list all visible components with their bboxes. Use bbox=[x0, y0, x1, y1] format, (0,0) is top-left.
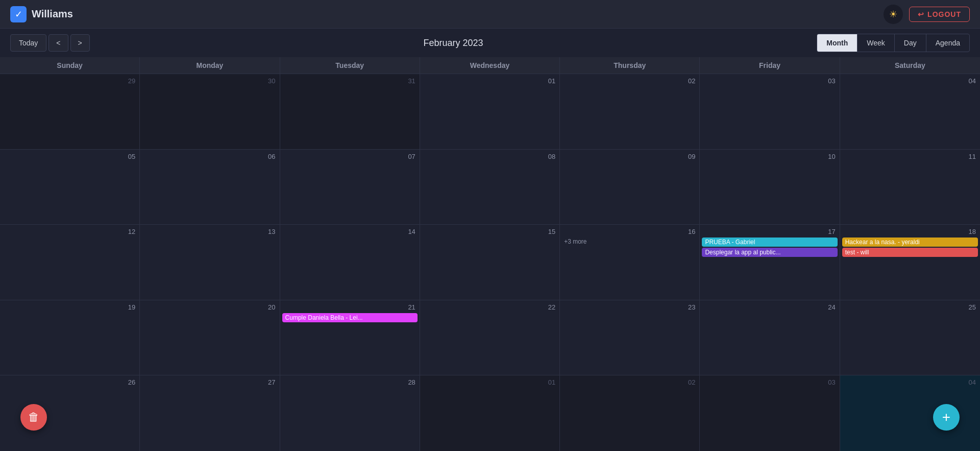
nav-buttons: Today < > bbox=[10, 34, 90, 52]
cell-feb-08[interactable]: 08 bbox=[420, 150, 560, 225]
cell-feb-03[interactable]: 03 bbox=[700, 74, 840, 149]
day-header-saturday: Saturday bbox=[840, 57, 980, 74]
cell-feb-05[interactable]: 05 bbox=[0, 150, 140, 225]
calendar-row-4: 19 20 21 Cumple Daniela Bella - Lei... 2… bbox=[0, 300, 980, 376]
view-month-button[interactable]: Month bbox=[817, 34, 857, 52]
prev-button[interactable]: < bbox=[48, 34, 68, 52]
cell-feb-02[interactable]: 02 bbox=[560, 74, 700, 149]
calendar-row-5: 26 27 28 01 02 03 04 bbox=[0, 375, 980, 451]
cell-feb-21[interactable]: 21 Cumple Daniela Bella - Lei... bbox=[280, 300, 420, 375]
cell-feb-23[interactable]: 23 bbox=[560, 300, 700, 375]
cell-mar-01[interactable]: 01 bbox=[420, 375, 560, 451]
cell-feb-28[interactable]: 28 bbox=[280, 375, 420, 451]
cell-date: 17 bbox=[702, 227, 837, 236]
event-test[interactable]: test - will bbox=[842, 248, 978, 257]
logout-button[interactable]: ↩ LOGOUT bbox=[909, 7, 970, 22]
cell-feb-14[interactable]: 14 bbox=[280, 225, 420, 300]
cell-date: 25 bbox=[842, 302, 978, 312]
cell-date: 03 bbox=[702, 377, 837, 387]
event-hackear[interactable]: Hackear a la nasa. - yeraldi bbox=[842, 238, 978, 247]
cell-feb-16[interactable]: 16 +3 more bbox=[560, 225, 700, 300]
day-header-tuesday: Tuesday bbox=[280, 57, 420, 74]
cell-feb-07[interactable]: 07 bbox=[280, 150, 420, 225]
cell-date: 16 bbox=[562, 227, 697, 236]
cell-date: 06 bbox=[142, 152, 277, 161]
plus-icon: + bbox=[942, 409, 950, 425]
cell-feb-17[interactable]: 17 PRUEBA - Gabriel Desplegar la app al … bbox=[700, 225, 840, 300]
cell-date: 13 bbox=[142, 227, 277, 236]
cell-jan-31[interactable]: 31 bbox=[280, 74, 420, 149]
cell-jan-29[interactable]: 29 bbox=[0, 74, 140, 149]
cell-date: 07 bbox=[282, 152, 418, 161]
add-event-fab-button[interactable]: + bbox=[933, 404, 960, 431]
cell-feb-18[interactable]: 18 Hackear a la nasa. - yeraldi test - w… bbox=[840, 225, 980, 300]
cell-date: 22 bbox=[422, 302, 557, 312]
cell-feb-12[interactable]: 12 bbox=[0, 225, 140, 300]
cell-date: 31 bbox=[282, 76, 418, 86]
cell-mar-03[interactable]: 03 bbox=[700, 375, 840, 451]
cell-date: 18 bbox=[842, 227, 978, 236]
cell-feb-27[interactable]: 27 bbox=[140, 375, 280, 451]
month-title: February 2023 bbox=[423, 38, 483, 49]
logout-icon: ↩ bbox=[918, 10, 924, 18]
cell-jan-30[interactable]: 30 bbox=[140, 74, 280, 149]
cell-date: 29 bbox=[2, 76, 137, 86]
app-logo-icon: ✓ bbox=[10, 6, 27, 22]
view-week-button[interactable]: Week bbox=[857, 34, 895, 52]
more-events-link[interactable]: +3 more bbox=[562, 238, 697, 246]
cell-date: 03 bbox=[702, 76, 837, 86]
day-headers-row: Sunday Monday Tuesday Wednesday Thursday… bbox=[0, 57, 980, 74]
app-logo-group: ✓ Williams bbox=[10, 6, 73, 22]
calendar-main: Sunday Monday Tuesday Wednesday Thursday… bbox=[0, 57, 980, 451]
cell-feb-13[interactable]: 13 bbox=[140, 225, 280, 300]
event-cumple[interactable]: Cumple Daniela Bella - Lei... bbox=[282, 313, 418, 322]
app-header: ✓ Williams ☀ ↩ LOGOUT bbox=[0, 0, 980, 29]
cell-date: 01 bbox=[422, 76, 557, 86]
calendar-toolbar: Today < > February 2023 Month Week Day A… bbox=[0, 29, 980, 57]
cell-feb-01[interactable]: 01 bbox=[420, 74, 560, 149]
theme-toggle-button[interactable]: ☀ bbox=[884, 5, 903, 24]
cell-date: 14 bbox=[282, 227, 418, 236]
cell-feb-22[interactable]: 22 bbox=[420, 300, 560, 375]
cell-mar-02[interactable]: 02 bbox=[560, 375, 700, 451]
cell-feb-09[interactable]: 09 bbox=[560, 150, 700, 225]
view-agenda-button[interactable]: Agenda bbox=[926, 34, 969, 52]
today-button[interactable]: Today bbox=[10, 34, 46, 52]
cell-feb-04[interactable]: 04 bbox=[840, 74, 980, 149]
cell-feb-06[interactable]: 06 bbox=[140, 150, 280, 225]
cell-date: 28 bbox=[282, 377, 418, 387]
cell-date: 30 bbox=[142, 76, 277, 86]
cell-feb-10[interactable]: 10 bbox=[700, 150, 840, 225]
day-header-friday: Friday bbox=[700, 57, 840, 74]
day-header-wednesday: Wednesday bbox=[420, 57, 560, 74]
cell-date: 24 bbox=[702, 302, 837, 312]
sun-icon: ☀ bbox=[889, 9, 897, 20]
cell-feb-20[interactable]: 20 bbox=[140, 300, 280, 375]
cell-date: 05 bbox=[2, 152, 137, 161]
cell-feb-25[interactable]: 25 bbox=[840, 300, 980, 375]
cell-feb-15[interactable]: 15 bbox=[420, 225, 560, 300]
cell-date: 26 bbox=[2, 377, 137, 387]
day-header-monday: Monday bbox=[140, 57, 280, 74]
delete-fab-button[interactable]: 🗑 bbox=[20, 404, 47, 431]
cell-date: 12 bbox=[2, 227, 137, 236]
cell-date: 15 bbox=[422, 227, 557, 236]
trash-icon: 🗑 bbox=[28, 411, 39, 424]
cell-feb-24[interactable]: 24 bbox=[700, 300, 840, 375]
day-header-sunday: Sunday bbox=[0, 57, 140, 74]
calendar-row-1: 29 30 31 01 02 03 04 bbox=[0, 74, 980, 150]
view-selector: Month Week Day Agenda bbox=[817, 34, 970, 52]
event-desplegar[interactable]: Desplegar la app al public... bbox=[702, 248, 837, 257]
cell-date: 04 bbox=[842, 377, 978, 387]
cell-feb-11[interactable]: 11 bbox=[840, 150, 980, 225]
cell-feb-19[interactable]: 19 bbox=[0, 300, 140, 375]
cell-date: 02 bbox=[562, 377, 697, 387]
next-button[interactable]: > bbox=[70, 34, 90, 52]
view-day-button[interactable]: Day bbox=[895, 34, 926, 52]
cell-date: 11 bbox=[842, 152, 978, 161]
cell-date: 02 bbox=[562, 76, 697, 86]
event-prueba[interactable]: PRUEBA - Gabriel bbox=[702, 238, 837, 247]
cell-date: 01 bbox=[422, 377, 557, 387]
cell-date: 08 bbox=[422, 152, 557, 161]
calendar-grid: 29 30 31 01 02 03 04 05 bbox=[0, 74, 980, 451]
